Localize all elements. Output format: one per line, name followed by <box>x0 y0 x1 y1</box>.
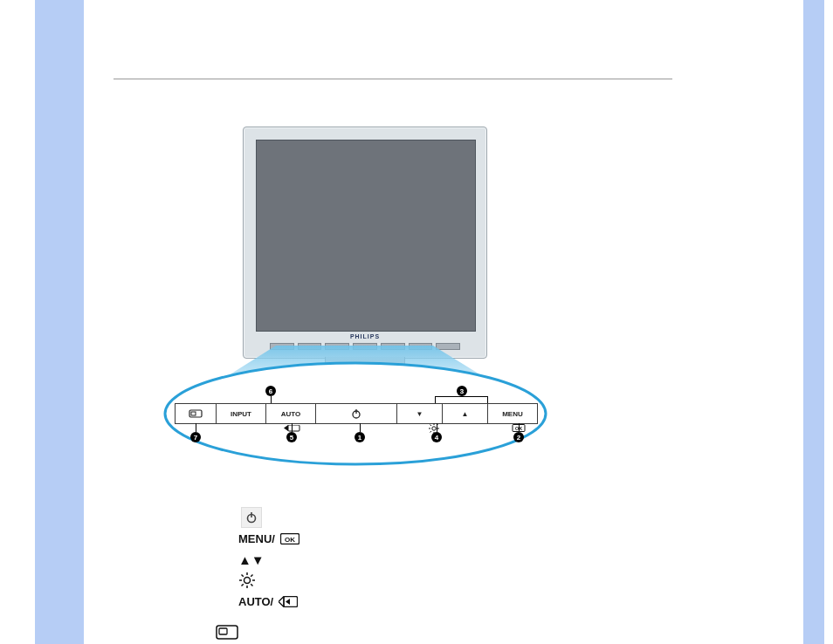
btn-up: ▲ <box>443 404 488 423</box>
monitor-illustration: PHILIPS <box>243 127 485 371</box>
smartimage-icon <box>189 409 203 418</box>
document-page: PHILIPS INPUT AUTO <box>0 0 833 644</box>
svg-rect-3 <box>191 412 196 415</box>
callout-6-line <box>271 396 272 403</box>
legend-auto-label: AUTO/ <box>238 595 273 608</box>
monitor-brand-label: PHILIPS <box>244 333 486 339</box>
ok-boxed-icon: OK <box>280 533 299 545</box>
back-icon-under-auto <box>281 425 300 432</box>
callout-6: 6 <box>265 386 276 396</box>
svg-line-29 <box>251 584 252 586</box>
legend-row-brightness <box>238 570 500 591</box>
legend-row-power <box>238 507 500 528</box>
callout-3: 3 <box>457 386 467 396</box>
svg-marker-7 <box>284 425 288 431</box>
svg-line-28 <box>242 575 244 577</box>
monitor-bezel: PHILIPS <box>243 127 487 359</box>
callout-7: 7 <box>190 432 201 442</box>
legend-menu-label: MENU/ <box>238 532 275 545</box>
callout-1: 1 <box>355 432 365 442</box>
btn-power <box>316 404 397 423</box>
callout-3-line-b <box>435 396 436 403</box>
btn-up-label: ▲ <box>461 410 468 418</box>
power-icon <box>245 511 258 524</box>
btn-smartimage <box>176 404 217 423</box>
callout-7-line <box>196 423 196 432</box>
callout-3-line-c <box>461 396 487 397</box>
ok-icon-under-menu: OK <box>512 424 526 432</box>
svg-rect-6 <box>288 425 299 431</box>
svg-text:OK: OK <box>515 426 522 431</box>
legend-updown-label: ▲▼ <box>238 552 265 567</box>
legend-power-icon <box>238 508 265 527</box>
right-margin-band <box>803 0 824 644</box>
btn-auto-label: AUTO <box>281 410 301 418</box>
legend-list: MENU/ OK ▲▼ AUTO/ <box>238 507 500 612</box>
svg-rect-36 <box>219 628 227 634</box>
btn-down: ▼ <box>397 404 443 423</box>
legend-row-menu-ok: MENU/ OK <box>238 528 500 549</box>
legend-smartimage-icon <box>216 625 238 644</box>
callout-2: 2 <box>513 432 524 442</box>
svg-line-15 <box>437 425 438 427</box>
btn-input-label: INPUT <box>231 410 251 418</box>
callout-5: 5 <box>286 432 297 442</box>
svg-point-8 <box>432 427 436 430</box>
svg-line-30 <box>251 575 252 577</box>
svg-text:OK: OK <box>285 536 295 544</box>
front-panel-inset <box>154 360 557 499</box>
svg-line-31 <box>242 584 244 586</box>
brightness-icon <box>238 572 256 589</box>
svg-marker-33 <box>279 596 284 606</box>
svg-line-13 <box>430 425 432 427</box>
callout-3-line-d <box>487 396 488 403</box>
back-boxed-icon <box>279 596 298 607</box>
legend-row-updown: ▲▼ <box>238 549 500 570</box>
svg-marker-34 <box>286 599 290 605</box>
btn-down-label: ▼ <box>416 410 423 418</box>
left-margin-band <box>35 0 84 644</box>
legend-row-auto-back: AUTO/ <box>238 591 500 612</box>
btn-menu-label: MENU <box>502 410 523 418</box>
callout-1-line <box>360 423 361 432</box>
monitor-front-buttons <box>270 343 460 350</box>
svg-line-14 <box>437 431 438 433</box>
btn-auto: AUTO <box>266 404 316 423</box>
btn-input: INPUT <box>217 404 266 423</box>
front-panel-button-row: INPUT AUTO ▼ ▲ MENU <box>175 403 538 424</box>
callout-3-line-a <box>435 396 461 397</box>
brightness-icon-under-down <box>428 423 440 434</box>
monitor-screen <box>256 140 476 332</box>
svg-line-16 <box>430 431 432 433</box>
btn-menu: MENU <box>488 404 537 423</box>
power-icon <box>351 408 361 419</box>
section-divider <box>114 79 672 79</box>
svg-point-23 <box>244 578 251 584</box>
